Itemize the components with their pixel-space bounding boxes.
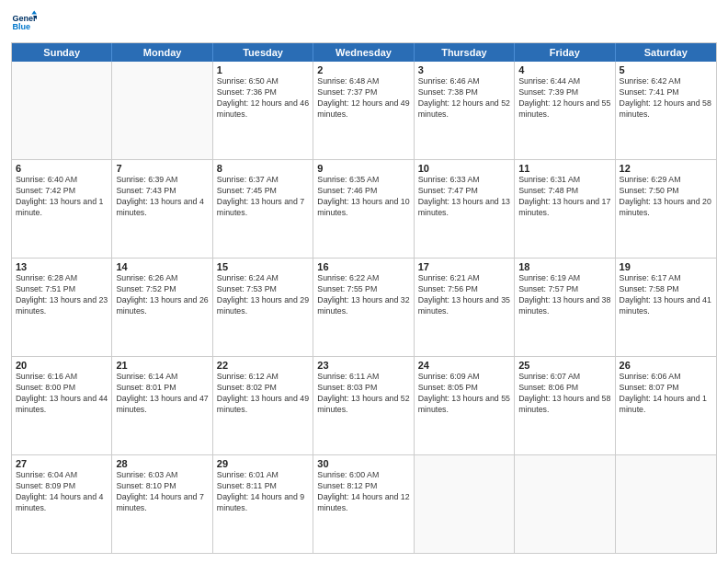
day-number: 2 xyxy=(317,64,409,75)
day-info: Sunrise: 6:16 AMSunset: 8:00 PMDaylight:… xyxy=(16,372,108,416)
day-number: 13 xyxy=(16,261,108,272)
day-number: 16 xyxy=(317,261,409,272)
logo: General Blue xyxy=(11,9,37,35)
calendar-header: SundayMondayTuesdayWednesdayThursdayFrid… xyxy=(12,43,716,62)
day-cell-29: 29Sunrise: 6:01 AMSunset: 8:11 PMDayligh… xyxy=(213,455,313,553)
day-info: Sunrise: 6:22 AMSunset: 7:55 PMDaylight:… xyxy=(317,273,409,317)
page-header: General Blue xyxy=(11,9,717,35)
day-number: 22 xyxy=(217,360,309,371)
day-info: Sunrise: 6:39 AMSunset: 7:43 PMDaylight:… xyxy=(116,175,208,219)
day-number: 5 xyxy=(620,64,712,75)
day-info: Sunrise: 6:24 AMSunset: 7:53 PMDaylight:… xyxy=(217,273,309,317)
day-info: Sunrise: 6:42 AMSunset: 7:41 PMDaylight:… xyxy=(620,76,712,121)
day-number: 15 xyxy=(217,261,309,272)
empty-cell xyxy=(515,455,615,553)
day-cell-14: 14Sunrise: 6:26 AMSunset: 7:52 PMDayligh… xyxy=(112,259,212,356)
day-number: 17 xyxy=(418,261,510,272)
day-number: 23 xyxy=(317,360,409,371)
day-header-friday: Friday xyxy=(515,43,615,62)
day-number: 6 xyxy=(16,163,108,174)
day-number: 29 xyxy=(217,458,309,469)
calendar-week-3: 13Sunrise: 6:28 AMSunset: 7:51 PMDayligh… xyxy=(12,259,716,357)
day-info: Sunrise: 6:26 AMSunset: 7:52 PMDaylight:… xyxy=(116,273,208,317)
day-number: 8 xyxy=(217,163,309,174)
day-info: Sunrise: 6:00 AMSunset: 8:12 PMDaylight:… xyxy=(317,470,409,514)
day-number: 10 xyxy=(418,163,510,174)
day-number: 7 xyxy=(116,163,208,174)
calendar-body: 1Sunrise: 6:50 AMSunset: 7:36 PMDaylight… xyxy=(12,62,716,553)
day-cell-13: 13Sunrise: 6:28 AMSunset: 7:51 PMDayligh… xyxy=(12,259,112,356)
day-cell-12: 12Sunrise: 6:29 AMSunset: 7:50 PMDayligh… xyxy=(616,160,716,258)
empty-cell xyxy=(616,455,716,553)
day-info: Sunrise: 6:37 AMSunset: 7:45 PMDaylight:… xyxy=(217,175,309,219)
day-number: 11 xyxy=(518,163,610,174)
day-cell-24: 24Sunrise: 6:09 AMSunset: 8:05 PMDayligh… xyxy=(415,357,515,454)
day-info: Sunrise: 6:31 AMSunset: 7:48 PMDaylight:… xyxy=(518,175,610,219)
day-info: Sunrise: 6:01 AMSunset: 8:11 PMDaylight:… xyxy=(217,470,309,514)
day-cell-25: 25Sunrise: 6:07 AMSunset: 8:06 PMDayligh… xyxy=(515,357,615,454)
calendar-week-5: 27Sunrise: 6:04 AMSunset: 8:09 PMDayligh… xyxy=(12,455,716,553)
day-info: Sunrise: 6:40 AMSunset: 7:42 PMDaylight:… xyxy=(16,175,108,219)
day-number: 27 xyxy=(16,458,108,469)
day-number: 25 xyxy=(518,360,610,371)
day-info: Sunrise: 6:19 AMSunset: 7:57 PMDaylight:… xyxy=(518,273,610,317)
day-number: 26 xyxy=(620,360,712,371)
day-cell-21: 21Sunrise: 6:14 AMSunset: 8:01 PMDayligh… xyxy=(112,357,212,454)
day-info: Sunrise: 6:21 AMSunset: 7:56 PMDaylight:… xyxy=(418,273,510,317)
day-number: 14 xyxy=(116,261,208,272)
day-number: 12 xyxy=(620,163,712,174)
day-info: Sunrise: 6:44 AMSunset: 7:39 PMDaylight:… xyxy=(518,76,610,121)
day-cell-15: 15Sunrise: 6:24 AMSunset: 7:53 PMDayligh… xyxy=(213,259,313,356)
day-info: Sunrise: 6:07 AMSunset: 8:06 PMDaylight:… xyxy=(518,372,610,416)
day-cell-9: 9Sunrise: 6:35 AMSunset: 7:46 PMDaylight… xyxy=(313,160,414,258)
day-cell-5: 5Sunrise: 6:42 AMSunset: 7:41 PMDaylight… xyxy=(616,62,716,159)
day-info: Sunrise: 6:29 AMSunset: 7:50 PMDaylight:… xyxy=(620,175,712,219)
day-cell-20: 20Sunrise: 6:16 AMSunset: 8:00 PMDayligh… xyxy=(12,357,112,454)
day-number: 30 xyxy=(317,458,409,469)
day-cell-22: 22Sunrise: 6:12 AMSunset: 8:02 PMDayligh… xyxy=(213,357,313,454)
day-cell-17: 17Sunrise: 6:21 AMSunset: 7:56 PMDayligh… xyxy=(415,259,515,356)
day-number: 4 xyxy=(518,64,610,75)
day-number: 24 xyxy=(418,360,510,371)
day-cell-27: 27Sunrise: 6:04 AMSunset: 8:09 PMDayligh… xyxy=(12,455,112,553)
day-cell-4: 4Sunrise: 6:44 AMSunset: 7:39 PMDaylight… xyxy=(515,62,615,159)
day-info: Sunrise: 6:33 AMSunset: 7:47 PMDaylight:… xyxy=(418,175,510,219)
day-info: Sunrise: 6:06 AMSunset: 8:07 PMDaylight:… xyxy=(620,372,712,416)
day-cell-2: 2Sunrise: 6:48 AMSunset: 7:37 PMDaylight… xyxy=(313,62,414,159)
day-number: 21 xyxy=(116,360,208,371)
empty-cell xyxy=(415,455,515,553)
day-header-thursday: Thursday xyxy=(415,43,515,62)
calendar-week-2: 6Sunrise: 6:40 AMSunset: 7:42 PMDaylight… xyxy=(12,160,716,259)
day-cell-30: 30Sunrise: 6:00 AMSunset: 8:12 PMDayligh… xyxy=(313,455,414,553)
day-info: Sunrise: 6:28 AMSunset: 7:51 PMDaylight:… xyxy=(16,273,108,317)
day-cell-6: 6Sunrise: 6:40 AMSunset: 7:42 PMDaylight… xyxy=(12,160,112,258)
svg-text:Blue: Blue xyxy=(12,22,30,31)
day-cell-8: 8Sunrise: 6:37 AMSunset: 7:45 PMDaylight… xyxy=(213,160,313,258)
calendar-week-1: 1Sunrise: 6:50 AMSunset: 7:36 PMDaylight… xyxy=(12,62,716,160)
day-info: Sunrise: 6:03 AMSunset: 8:10 PMDaylight:… xyxy=(116,470,208,514)
day-cell-28: 28Sunrise: 6:03 AMSunset: 8:10 PMDayligh… xyxy=(112,455,212,553)
day-info: Sunrise: 6:12 AMSunset: 8:02 PMDaylight:… xyxy=(217,372,309,416)
day-info: Sunrise: 6:04 AMSunset: 8:09 PMDaylight:… xyxy=(16,470,108,514)
day-info: Sunrise: 6:17 AMSunset: 7:58 PMDaylight:… xyxy=(620,273,712,317)
day-number: 19 xyxy=(620,261,712,272)
day-cell-1: 1Sunrise: 6:50 AMSunset: 7:36 PMDaylight… xyxy=(213,62,313,159)
day-number: 28 xyxy=(116,458,208,469)
day-cell-3: 3Sunrise: 6:46 AMSunset: 7:38 PMDaylight… xyxy=(415,62,515,159)
day-info: Sunrise: 6:14 AMSunset: 8:01 PMDaylight:… xyxy=(116,372,208,416)
day-cell-19: 19Sunrise: 6:17 AMSunset: 7:58 PMDayligh… xyxy=(616,259,716,356)
logo-icon: General Blue xyxy=(11,9,37,35)
day-number: 3 xyxy=(418,64,510,75)
day-info: Sunrise: 6:09 AMSunset: 8:05 PMDaylight:… xyxy=(418,372,510,416)
day-info: Sunrise: 6:48 AMSunset: 7:37 PMDaylight:… xyxy=(317,76,409,121)
day-cell-16: 16Sunrise: 6:22 AMSunset: 7:55 PMDayligh… xyxy=(313,259,414,356)
day-cell-18: 18Sunrise: 6:19 AMSunset: 7:57 PMDayligh… xyxy=(515,259,615,356)
day-info: Sunrise: 6:11 AMSunset: 8:03 PMDaylight:… xyxy=(317,372,409,416)
day-info: Sunrise: 6:50 AMSunset: 7:36 PMDaylight:… xyxy=(217,76,309,121)
day-cell-26: 26Sunrise: 6:06 AMSunset: 8:07 PMDayligh… xyxy=(616,357,716,454)
day-number: 20 xyxy=(16,360,108,371)
day-number: 18 xyxy=(518,261,610,272)
day-info: Sunrise: 6:35 AMSunset: 7:46 PMDaylight:… xyxy=(317,175,409,219)
day-header-wednesday: Wednesday xyxy=(313,43,414,62)
calendar: SundayMondayTuesdayWednesdayThursdayFrid… xyxy=(11,42,717,554)
